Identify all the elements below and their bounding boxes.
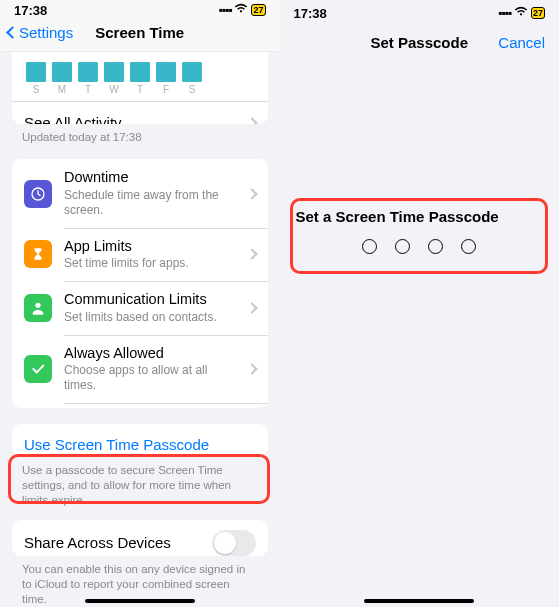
svg-point-1 xyxy=(35,302,40,307)
chart-bar xyxy=(52,62,72,82)
passcode-footnote: Use a passcode to secure Screen Time set… xyxy=(0,457,280,508)
hourglass-icon xyxy=(24,240,52,268)
status-right: ▪▪▪▪ 27 xyxy=(218,3,265,17)
passcode-dot xyxy=(395,239,410,254)
passcode-dot xyxy=(428,239,443,254)
battery-icon: 27 xyxy=(531,7,545,19)
day-label: S xyxy=(26,84,46,95)
day-label: T xyxy=(78,84,98,95)
back-button[interactable]: Settings xyxy=(8,24,73,41)
share-across-devices-row[interactable]: Share Across Devices xyxy=(12,520,268,556)
chevron-right-icon xyxy=(246,188,257,199)
row-sub: Choose apps to allow at all times. xyxy=(64,363,240,393)
limits-group: Downtime Schedule time away from the scr… xyxy=(12,159,268,407)
passcode-dot xyxy=(362,239,377,254)
chart-bar xyxy=(130,62,150,82)
status-bar: 17:38 ▪▪▪▪ 27 xyxy=(280,0,560,26)
passcode-dots xyxy=(296,239,544,254)
home-indicator xyxy=(85,599,195,603)
wifi-icon xyxy=(514,6,528,20)
wifi-icon xyxy=(234,3,248,17)
see-all-label: See All Activity xyxy=(24,114,240,125)
cellular-icon: ▪▪▪▪ xyxy=(218,3,231,17)
chevron-right-icon xyxy=(246,249,257,260)
downtime-icon xyxy=(24,180,52,208)
screen-time-settings-screen: 17:38 ▪▪▪▪ 27 Settings Screen Time xyxy=(0,0,280,607)
row-sub: Schedule time away from the screen. xyxy=(64,188,240,218)
check-icon xyxy=(24,355,52,383)
row-sub: Set time limits for apps. xyxy=(64,256,240,271)
cellular-icon: ▪▪▪▪ xyxy=(498,6,511,20)
updated-footnote: Updated today at 17:38 xyxy=(0,124,280,145)
row-sub: Set limits based on contacts. xyxy=(64,310,240,325)
passcode-group: Use Screen Time Passcode xyxy=(12,424,268,457)
chevron-right-icon xyxy=(246,117,257,125)
battery-icon: 27 xyxy=(251,4,265,16)
chart-bar xyxy=(182,62,202,82)
share-toggle[interactable] xyxy=(212,530,256,556)
nav-bar: Set Passcode Cancel xyxy=(280,26,560,64)
chevron-right-icon xyxy=(246,302,257,313)
chart-bar xyxy=(78,62,98,82)
status-bar: 17:38 ▪▪▪▪ 27 xyxy=(0,0,280,21)
use-passcode-label: Use Screen Time Passcode xyxy=(24,436,256,454)
passcode-dot xyxy=(461,239,476,254)
app-limits-row[interactable]: App Limits Set time limits for apps. xyxy=(12,228,268,281)
content-privacy-row[interactable]: Content & Privacy Restrictions Block ina… xyxy=(12,403,268,408)
cancel-button[interactable]: Cancel xyxy=(498,34,551,51)
row-title: App Limits xyxy=(64,238,240,255)
passcode-prompt-title: Set a Screen Time Passcode xyxy=(296,208,544,225)
status-time: 17:38 xyxy=(294,6,327,21)
weekly-chart: S M T W T F S xyxy=(12,54,268,101)
home-indicator xyxy=(364,599,474,603)
row-title: Downtime xyxy=(64,169,240,186)
share-label: Share Across Devices xyxy=(24,534,212,552)
always-allowed-row[interactable]: Always Allowed Choose apps to allow at a… xyxy=(12,335,268,403)
passcode-prompt-area: Set a Screen Time Passcode xyxy=(280,194,560,268)
row-title: Communication Limits xyxy=(64,291,240,308)
back-label: Settings xyxy=(19,24,73,41)
status-time: 17:38 xyxy=(14,3,47,18)
day-label: M xyxy=(52,84,72,95)
chart-bar xyxy=(156,62,176,82)
status-right: ▪▪▪▪ 27 xyxy=(498,6,545,20)
person-icon xyxy=(24,294,52,322)
downtime-row[interactable]: Downtime Schedule time away from the scr… xyxy=(12,159,268,227)
day-label: F xyxy=(156,84,176,95)
activity-group: S M T W T F S See All Activity xyxy=(12,52,268,124)
day-label: S xyxy=(182,84,202,95)
day-label: T xyxy=(130,84,150,95)
chevron-right-icon xyxy=(246,363,257,374)
set-passcode-screen: 17:38 ▪▪▪▪ 27 Set Passcode Cancel Set a … xyxy=(280,0,560,607)
see-all-activity-row[interactable]: See All Activity xyxy=(12,101,268,124)
chart-bar xyxy=(104,62,124,82)
row-title: Always Allowed xyxy=(64,345,240,362)
day-label: W xyxy=(104,84,124,95)
share-group: Share Across Devices xyxy=(12,520,268,556)
communication-limits-row[interactable]: Communication Limits Set limits based on… xyxy=(12,281,268,334)
chevron-left-icon xyxy=(6,26,19,39)
nav-bar: Settings Screen Time xyxy=(0,21,280,53)
use-passcode-row[interactable]: Use Screen Time Passcode xyxy=(12,424,268,457)
chart-bar xyxy=(26,62,46,82)
